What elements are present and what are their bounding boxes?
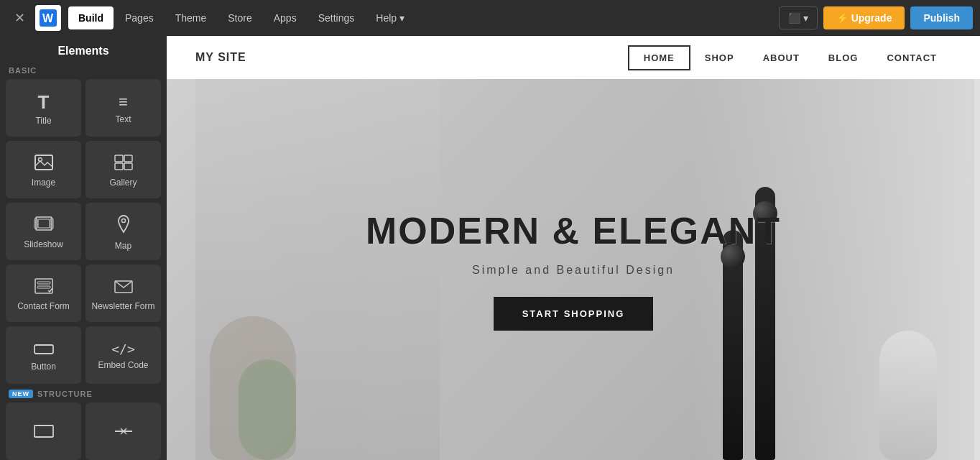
element-newsletter-form-label: Newsletter Form (91, 301, 154, 311)
basic-elements-grid: T Title ≡ Text Image (6, 79, 161, 384)
element-title-label: Title (35, 116, 51, 126)
nav-settings[interactable]: Settings (308, 6, 365, 29)
text-icon: ≡ (119, 94, 128, 110)
element-slideshow-label: Slideshow (24, 239, 63, 249)
element-slideshow[interactable]: Slideshow (6, 203, 81, 260)
element-embed-code-label: Embed Code (98, 360, 148, 370)
sidebar: Elements BASIC T Title ≡ Text (0, 36, 167, 460)
scrollbar[interactable] (974, 36, 980, 460)
site-nav-shop[interactable]: SHOP (690, 47, 749, 69)
svg-rect-6 (115, 163, 123, 170)
svg-rect-18 (34, 426, 53, 437)
site-nav-about[interactable]: ABOUT (749, 47, 814, 69)
hero-section: MODERN & ELEGANT Simple and Beautiful De… (167, 79, 980, 460)
svg-rect-11 (38, 219, 50, 228)
new-badge: NEW (9, 390, 33, 398)
nav-right: ⬛ ▾ ⚡ Upgrade Publish (779, 6, 973, 29)
site-header: MY SITE HOME SHOP ABOUT BLOG CONTACT (167, 36, 980, 79)
hero-cta-button[interactable]: START SHOPPING (494, 297, 654, 331)
element-text-label: Text (115, 114, 131, 124)
button-icon (34, 341, 54, 357)
main-area: Elements BASIC T Title ≡ Text (0, 36, 980, 460)
svg-point-12 (121, 218, 125, 222)
contact-form-icon (34, 278, 53, 297)
svg-rect-5 (124, 155, 132, 162)
slideshow-icon (34, 216, 54, 235)
element-map-label: Map (115, 241, 131, 251)
site-nav-home[interactable]: HOME (628, 45, 690, 70)
section-basic-label: BASIC (9, 66, 158, 75)
element-contact-form-label: Contact Form (17, 301, 70, 311)
sidebar-title: Elements (6, 45, 161, 58)
element-text[interactable]: ≡ Text (85, 79, 161, 137)
nav-items: Build Pages Theme Store Apps Settings He… (68, 6, 415, 29)
nav-help[interactable]: Help ▾ (366, 6, 415, 29)
element-map[interactable]: Map (85, 203, 161, 260)
svg-rect-15 (37, 286, 50, 288)
element-image-label: Image (32, 178, 55, 188)
nav-apps[interactable]: Apps (264, 6, 307, 29)
site-canvas: MY SITE HOME SHOP ABOUT BLOG CONTACT (167, 36, 980, 460)
top-nav: ✕ W Build Pages Theme Store Apps Setting… (0, 0, 980, 36)
gallery-icon (114, 155, 133, 173)
element-contact-form[interactable]: Contact Form (6, 264, 81, 322)
site-logo: MY SITE (195, 51, 246, 64)
embed-code-icon: </> (111, 343, 135, 356)
hero-content: MODERN & ELEGANT Simple and Beautiful De… (366, 209, 781, 331)
nav-theme[interactable]: Theme (165, 6, 217, 29)
element-button-label: Button (31, 362, 56, 372)
nav-build[interactable]: Build (68, 6, 114, 29)
structure-elements-grid (6, 402, 161, 460)
svg-rect-4 (115, 155, 123, 162)
site-nav: HOME SHOP ABOUT BLOG CONTACT (628, 45, 951, 70)
upgrade-button[interactable]: ⚡ Upgrade (823, 6, 905, 29)
publish-button[interactable]: Publish (910, 6, 973, 29)
title-icon: T (38, 93, 50, 111)
image-icon (34, 155, 53, 173)
newsletter-form-icon (114, 278, 133, 297)
element-box[interactable] (6, 402, 81, 460)
hero-subtitle: Simple and Beautiful Design (366, 264, 781, 277)
vase-right (879, 331, 937, 460)
section-structure-label: NEW STRUCTURE (9, 390, 158, 398)
nav-pages[interactable]: Pages (115, 6, 164, 29)
device-selector[interactable]: ⬛ ▾ (779, 6, 818, 29)
svg-rect-17 (34, 345, 53, 354)
element-gallery-label: Gallery (109, 178, 137, 188)
map-icon (116, 215, 131, 236)
svg-text:W: W (42, 12, 54, 24)
weebly-logo: W (35, 5, 61, 31)
site-nav-contact[interactable]: CONTACT (872, 47, 951, 69)
element-divider[interactable] (85, 402, 161, 460)
element-title[interactable]: T Title (6, 79, 81, 137)
box-icon (34, 425, 54, 441)
svg-rect-2 (35, 155, 52, 170)
element-embed-code[interactable]: </> Embed Code (85, 326, 161, 384)
svg-rect-7 (124, 163, 132, 170)
site-nav-blog[interactable]: BLOG (814, 47, 873, 69)
element-image[interactable]: Image (6, 141, 81, 198)
svg-rect-14 (37, 282, 50, 284)
element-button[interactable]: Button (6, 326, 81, 384)
hero-title: MODERN & ELEGANT (366, 209, 781, 252)
nav-store[interactable]: Store (218, 6, 262, 29)
close-button[interactable]: ✕ (7, 6, 32, 30)
canvas-area: MY SITE HOME SHOP ABOUT BLOG CONTACT (167, 36, 980, 460)
element-newsletter-form[interactable]: Newsletter Form (85, 264, 161, 322)
element-gallery[interactable]: Gallery (85, 141, 161, 198)
divider-icon (114, 425, 134, 441)
